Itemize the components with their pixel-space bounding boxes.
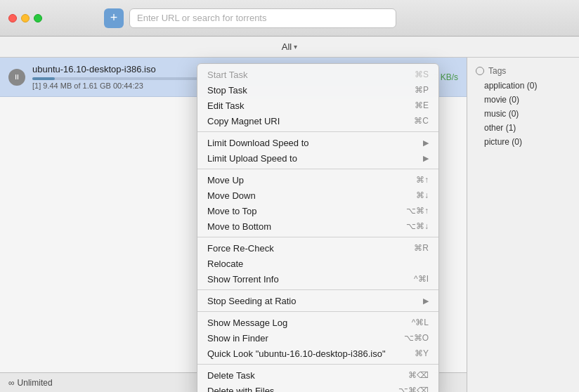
menu-item-label: Delete Task xyxy=(207,370,255,381)
menu-item-move-to-top[interactable]: Move to Top⌥⌘↑ xyxy=(197,203,438,218)
menu-item-quick-look[interactable]: Quick Look "ubuntu-16.10-desktop-i386.is… xyxy=(197,346,438,361)
menu-separator xyxy=(197,311,438,312)
sidebar-item-music[interactable]: music (0) xyxy=(467,107,579,121)
menu-item-label: Edit Task xyxy=(207,100,245,111)
menu-item-shortcut: ⌘Y xyxy=(415,348,429,358)
pause-button[interactable]: ⏸ xyxy=(8,69,25,86)
menu-item-shortcut: ⌘S xyxy=(415,70,429,79)
sidebar-item-application[interactable]: application (0) xyxy=(467,79,579,93)
menu-item-shortcut: ⌘↑ xyxy=(416,175,429,185)
chevron-down-icon: ▾ xyxy=(294,43,297,51)
sidebar-item-other[interactable]: other (1) xyxy=(467,121,579,135)
menu-item-limit-upload[interactable]: Limit Upload Speed to▶ xyxy=(197,150,438,166)
menu-item-delete-with-files[interactable]: Delete with Files⌥⌘⌫ xyxy=(197,383,438,392)
menu-separator xyxy=(197,169,438,169)
menu-item-label: Copy Magnet URI xyxy=(207,116,280,126)
menu-item-label: Stop Seeding at Ratio xyxy=(207,296,296,306)
status-label: Unlimited xyxy=(18,378,53,388)
menu-item-show-message-log[interactable]: Show Message Log^⌘L xyxy=(197,315,438,330)
menu-item-label: Relocate xyxy=(207,259,243,269)
unlimited-icon: ∞ xyxy=(8,378,15,388)
menu-item-label: Stop Task xyxy=(207,85,247,96)
menu-item-force-recheck[interactable]: Force Re-Check⌘R xyxy=(197,240,438,256)
sidebar-item-picture[interactable]: picture (0) xyxy=(467,135,579,149)
sidebar: Tags application (0) movie (0) music (0)… xyxy=(467,58,579,392)
menu-item-shortcut: ⌥⌘O xyxy=(404,333,429,343)
menu-item-label: Delete with Files xyxy=(207,386,274,393)
add-button[interactable]: + xyxy=(104,8,124,28)
search-bar[interactable]: Enter URL or search for torrents xyxy=(129,8,396,28)
menu-item-shortcut: ⌥⌘⌫ xyxy=(398,386,429,392)
filterbar: All ▾ xyxy=(0,37,579,58)
menu-separator xyxy=(197,289,438,290)
submenu-arrow-icon: ▶ xyxy=(423,154,429,163)
context-menu: Start Task⌘SStop Task⌘PEdit Task⌘ECopy M… xyxy=(197,63,439,392)
titlebar: + Enter URL or search for torrents xyxy=(0,0,579,37)
menu-item-label: Force Re-Check xyxy=(207,243,274,254)
menu-item-shortcut: ⌥⌘↓ xyxy=(406,221,429,231)
sidebar-item-movie[interactable]: movie (0) xyxy=(467,93,579,107)
menu-item-delete-task[interactable]: Delete Task⌘⌫ xyxy=(197,367,438,383)
sidebar-section-title: Tags xyxy=(467,63,579,79)
menu-item-shortcut: ⌘P xyxy=(415,85,429,95)
menu-item-shortcut: ⌘⌫ xyxy=(408,370,429,380)
close-button[interactable] xyxy=(8,14,17,22)
tags-label: Tags xyxy=(488,66,506,76)
menu-item-label: Move to Bottom xyxy=(207,221,271,232)
radio-icon xyxy=(476,67,484,75)
menu-item-label: Limit Upload Speed to xyxy=(207,153,297,164)
menu-item-shortcut: ⌥⌘↑ xyxy=(406,206,429,216)
menu-item-label: Move to Top xyxy=(207,206,257,216)
menu-item-move-up[interactable]: Move Up⌘↑ xyxy=(197,172,438,188)
menu-item-label: Move Up xyxy=(207,175,244,185)
menu-item-move-down[interactable]: Move Down⌘↓ xyxy=(197,188,438,203)
main-content: ⏸ ubuntu-16.10-desktop-i386.iso [1] 9.44… xyxy=(0,58,579,392)
menu-item-copy-magnet[interactable]: Copy Magnet URI⌘C xyxy=(197,113,438,129)
search-placeholder: Enter URL or search for torrents xyxy=(137,13,266,23)
menu-separator xyxy=(197,364,438,365)
menu-item-show-torrent-info[interactable]: Show Torrent Info^⌘I xyxy=(197,271,438,287)
menu-item-shortcut: ⌘↓ xyxy=(416,190,429,200)
menu-item-label: Show Torrent Info xyxy=(207,274,279,285)
minimize-button[interactable] xyxy=(21,14,30,22)
menu-item-stop-task[interactable]: Stop Task⌘P xyxy=(197,82,438,98)
menu-item-label: Show in Finder xyxy=(207,333,268,344)
menu-item-shortcut: ^⌘I xyxy=(414,274,429,284)
menu-item-label: Show Message Log xyxy=(207,318,287,328)
menu-item-show-in-finder[interactable]: Show in Finder⌥⌘O xyxy=(197,330,438,346)
menu-item-start-task: Start Task⌘S xyxy=(197,67,438,82)
menu-item-label: Limit Download Speed to xyxy=(207,138,309,148)
submenu-arrow-icon: ▶ xyxy=(423,296,429,306)
filter-label: All xyxy=(282,41,292,52)
menu-item-shortcut: ⌘C xyxy=(414,116,429,126)
maximize-button[interactable] xyxy=(34,14,42,22)
menu-item-shortcut: ^⌘L xyxy=(412,318,429,327)
menu-item-shortcut: ⌘R xyxy=(414,243,429,253)
filter-all[interactable]: All ▾ xyxy=(282,41,297,52)
menu-item-label: Start Task xyxy=(207,70,248,80)
menu-item-stop-seeding[interactable]: Stop Seeding at Ratio▶ xyxy=(197,293,438,308)
menu-item-move-to-bottom[interactable]: Move to Bottom⌥⌘↓ xyxy=(197,218,438,234)
menu-separator xyxy=(197,237,438,237)
menu-item-relocate[interactable]: Relocate xyxy=(197,256,438,271)
menu-item-label: Quick Look "ubuntu-16.10-desktop-i386.is… xyxy=(207,348,386,359)
menu-item-limit-download[interactable]: Limit Download Speed to▶ xyxy=(197,135,438,150)
menu-item-label: Move Down xyxy=(207,190,256,201)
menu-item-edit-task[interactable]: Edit Task⌘E xyxy=(197,98,438,113)
menu-item-shortcut: ⌘E xyxy=(415,100,429,110)
menu-separator xyxy=(197,131,438,132)
submenu-arrow-icon: ▶ xyxy=(423,138,429,148)
progress-bar-fill xyxy=(32,77,55,80)
traffic-lights xyxy=(8,14,42,22)
